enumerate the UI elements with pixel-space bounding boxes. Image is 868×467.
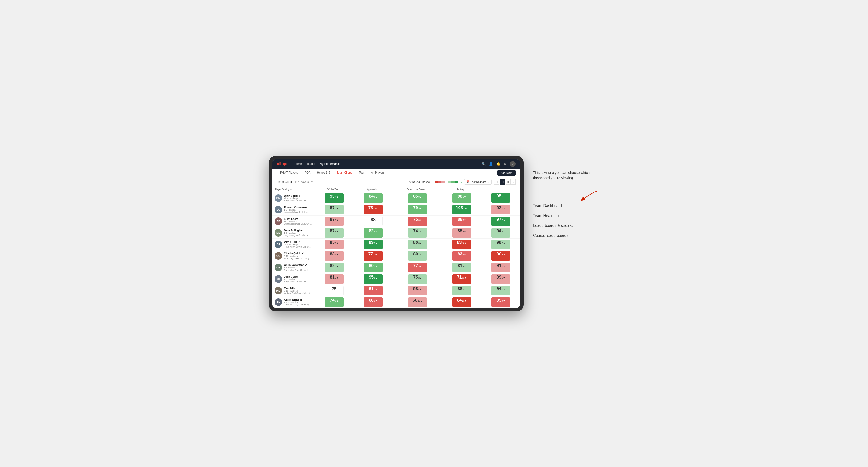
score-box: 81 4▲	[453, 263, 471, 272]
player-cell[interactable]: EC Edward Crossman 1-5 Handicap Sunningd…	[272, 204, 315, 215]
score-box: 60 1▼	[364, 298, 382, 307]
score-value: 81	[330, 275, 335, 280]
subnav-tour[interactable]: Tour	[356, 168, 368, 177]
player-cell[interactable]: CR Chris Robertson ✔ 1-5 Handicap Craigm…	[272, 261, 315, 273]
subnav-pga[interactable]: PGA	[301, 168, 314, 177]
score-box: 74 8▲	[325, 298, 344, 307]
player-cell[interactable]: AN Aaron Nicholls 11-15 Handicap Drift G…	[272, 296, 315, 308]
score-cell: 80 3▲	[393, 239, 442, 250]
search-icon[interactable]: 🔍	[482, 162, 486, 166]
player-cell[interactable]: DB Dave Billingham 1-5 Handicap Gog Mago…	[272, 227, 315, 239]
score-change: 3▼	[502, 265, 505, 268]
player-cell[interactable]: DF David Ford ✔ Plus Handicap Royal Nort…	[272, 239, 315, 250]
app-logo: clippd	[277, 162, 289, 166]
nav-links: Home Teams My Performance	[294, 162, 476, 165]
last-rounds-label: Last Rounds: 20	[470, 181, 489, 183]
score-change: 8▲	[335, 300, 338, 302]
score-value: 74	[330, 298, 335, 303]
view-list-button[interactable]: ≡	[506, 179, 510, 185]
score-box: 89 2▼	[491, 274, 510, 284]
profile-icon[interactable]: 👤	[489, 162, 493, 166]
score-cell: 95 9▲	[482, 192, 520, 204]
score-change: 4▼	[502, 300, 505, 302]
player-cell[interactable]: CQ Charlie Quick ✔ 6-10 Handicap St. Geo…	[272, 250, 315, 261]
player-cell[interactable]: BM Blair McHarg Plus Handicap Royal Nort…	[272, 192, 315, 204]
player-handicap: 1-5 Handicap	[284, 220, 312, 223]
subnav-all-players[interactable]: All Players	[368, 168, 388, 177]
score-change: 2▼	[463, 288, 466, 290]
score-box: 91 3▼	[491, 263, 510, 272]
subnav-hcaps[interactable]: Hcaps 1-5	[314, 168, 333, 177]
score-cell: 94 3▲	[482, 285, 520, 296]
annotation-item-2: Leaderboards & streaks	[533, 224, 599, 228]
calendar-icon: 📅	[466, 181, 470, 184]
table-row: DB Dave Billingham 1-5 Handicap Gog Mago…	[272, 227, 520, 239]
score-change: 3▼	[502, 207, 505, 210]
score-change: 21▼	[462, 300, 467, 302]
score-box: 88	[364, 217, 382, 226]
col-header-approach: Approach —	[353, 187, 393, 192]
score-value: 77	[413, 263, 418, 268]
annotation-item-0: Team Dashboard	[533, 204, 599, 208]
view-toggle: ⊞ ⊟ ≡ ↓	[494, 179, 516, 185]
add-team-button[interactable]: Add Team	[497, 170, 516, 176]
score-value: 94	[497, 228, 501, 234]
player-cell[interactable]: JC Josh Coles 1-5 Handicap Royal North D…	[272, 273, 315, 285]
view-heatmap-button[interactable]: ⊟	[500, 179, 505, 185]
score-box: 85 3▼	[325, 240, 344, 249]
score-cell: 71 11▼	[442, 273, 481, 285]
score-cell: 84 6▲	[353, 192, 393, 204]
top-nav: clippd Home Teams My Performance 🔍 👤 🔔 ⚙…	[272, 159, 520, 168]
subnav-pgat[interactable]: PGAT Players	[277, 168, 301, 177]
score-value: 73	[368, 206, 373, 210]
table-row: EE Elliot Ebert 1-5 Handicap Sunningdale…	[272, 215, 520, 227]
player-name: David Ford ✔	[284, 240, 312, 243]
score-box: 58 10▲	[408, 298, 427, 307]
score-box: 71 11▼	[453, 274, 471, 284]
player-name: Aaron Nicholls	[284, 299, 312, 301]
table-row: DF David Ford ✔ Plus Handicap Royal Nort…	[272, 239, 520, 250]
player-cell[interactable]: MM Matt Miller 6-10 Handicap Woburn Golf…	[272, 285, 315, 296]
subnav-team-clippd[interactable]: Team Clippd	[333, 168, 356, 177]
score-value: 91	[497, 263, 501, 268]
score-change: 14▼	[373, 253, 378, 256]
player-club: Sunningdale Golf Club, United Kingdom	[284, 211, 312, 214]
score-box: 87 1▲	[325, 205, 344, 214]
annotation-item-1: Team Heatmap	[533, 214, 599, 218]
last-rounds-button[interactable]: 📅 Last Rounds: 20	[464, 179, 492, 185]
score-value: 85	[458, 228, 462, 234]
edit-icon[interactable]: ✏	[311, 181, 313, 184]
score-box: 60 2▲	[364, 263, 382, 272]
table-row: AN Aaron Nicholls 11-15 Handicap Drift G…	[272, 296, 520, 308]
score-change: 3▼	[335, 277, 338, 279]
score-value: 89	[497, 275, 501, 280]
score-value: 79	[413, 206, 418, 210]
view-grid-button[interactable]: ⊞	[494, 179, 499, 185]
score-change: 3▼	[374, 288, 377, 290]
score-box: 79 9▲	[408, 205, 427, 214]
score-cell: 86 6▼	[442, 215, 481, 227]
score-value: 92	[497, 206, 501, 210]
score-cell: 60 2▲	[353, 261, 393, 273]
settings-icon[interactable]: ⚙	[503, 162, 507, 166]
score-cell: 81 4▲	[442, 261, 481, 273]
score-box: 103 15▲	[453, 205, 471, 214]
view-download-button[interactable]: ↓	[511, 179, 516, 185]
score-cell: 97 5▲	[482, 215, 520, 227]
team-count: | 14 Players	[295, 181, 309, 183]
user-avatar[interactable]: U	[510, 161, 516, 167]
bell-icon[interactable]: 🔔	[496, 162, 500, 166]
score-value: 75	[413, 217, 418, 222]
player-cell[interactable]: EE Elliot Ebert 1-5 Handicap Sunningdale…	[272, 215, 315, 227]
team-name: Team Clippd	[277, 180, 293, 184]
nav-my-performance[interactable]: My Performance	[319, 162, 340, 165]
nav-teams[interactable]: Teams	[307, 162, 315, 165]
nav-home[interactable]: Home	[294, 162, 302, 165]
score-box: 83 3▼	[325, 251, 344, 261]
score-value: 88	[371, 217, 375, 222]
score-change: 3▼	[418, 219, 422, 221]
score-box: 95 8▲	[364, 274, 382, 284]
score-cell: 75	[315, 285, 353, 296]
player-handicap: 1-5 Handicap	[284, 278, 312, 280]
score-cell: 87 1▲	[315, 204, 353, 215]
